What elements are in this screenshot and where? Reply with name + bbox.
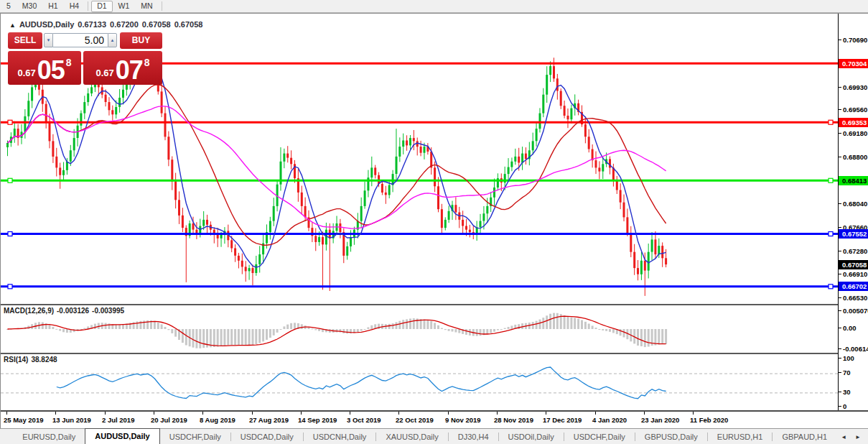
date-tick-mark [154, 412, 154, 415]
bid-pipette: 8 [66, 57, 72, 68]
price-tick-dash [839, 297, 841, 298]
macd-axis-tick-dash [839, 328, 841, 328]
trading-terminal: 5M30H1H4D1W1MN ▲AUDUSD,Daily0.671330.672… [0, 0, 868, 444]
ohlc-high: 0.67200 [110, 20, 139, 29]
date-label: 3 Oct 2019 [347, 416, 381, 424]
chart-tab-audusd-daily[interactable]: AUDUSD,Daily [85, 428, 159, 444]
ask-prefix: 0.67 [95, 68, 113, 78]
price-tick-dash [839, 157, 841, 157]
price-tick-dash [839, 274, 841, 274]
price-tick: 0.69560 [843, 106, 867, 114]
date-tick-mark [497, 412, 498, 415]
tab-scroll-left-icon[interactable]: ◄ [836, 434, 851, 440]
date-tick-mark [350, 412, 350, 415]
date-label: 11 Feb 2020 [690, 416, 728, 424]
chart-tab-usdchf-daily[interactable]: USDCHF,Daily [564, 430, 635, 444]
level-price-badge: 0.70304 [839, 59, 868, 68]
timeframe-button-mn[interactable]: MN [135, 1, 158, 12]
sell-button[interactable]: SELL [8, 32, 42, 49]
date-tick-mark [301, 412, 302, 415]
date-tick-mark [398, 412, 399, 415]
rsi-axis-tick: 70 [843, 369, 851, 376]
chart-tab-dj30-h4[interactable]: DJ30,H4 [449, 430, 498, 444]
timeframe-toolbar: 5M30H1H4D1W1MN [0, 0, 868, 13]
timeframe-button-d1[interactable]: D1 [91, 1, 112, 12]
toolbar-separator [162, 1, 162, 11]
date-label: 17 Dec 2019 [543, 416, 582, 424]
chart-window: ▲AUDUSD,Daily0.671330.672000.670580.6705… [0, 13, 868, 428]
chart-tab-usdchf-daily[interactable]: USDCHF,Daily [160, 430, 230, 444]
current-price-badge: 0.67058 [839, 260, 868, 269]
rsi-chart-svg [1, 354, 838, 410]
price-tick-dash [839, 40, 841, 40]
one-click-trade-panel: SELL ▼ ▲ BUY 0.67058 0.67078 [8, 32, 162, 92]
volume-input[interactable] [53, 33, 108, 47]
price-tick-dash [839, 203, 841, 204]
chart-tab-bar: EURUSD,DailyAUDUSD,DailyUSDCHF,DailyUSDC… [0, 428, 868, 444]
tabs-host: EURUSD,DailyAUDUSD,DailyUSDCHF,DailyUSDC… [13, 428, 836, 444]
date-tick-mark [546, 412, 546, 415]
date-label: 23 Jan 2020 [641, 416, 679, 424]
toolbar-separator [88, 1, 88, 11]
price-tick: 0.70690 [843, 36, 867, 44]
timeframe-button-5[interactable]: 5 [1, 1, 17, 12]
chart-tab-usdcad-daily[interactable]: USDCAD,Daily [231, 430, 303, 444]
triangle-up-icon: ▲ [9, 22, 16, 29]
date-label: 22 Oct 2019 [396, 416, 434, 424]
chart-tab-usdcnh-daily[interactable]: USDCNH,Daily [304, 430, 376, 444]
date-tick-mark [105, 412, 106, 415]
price-tick: 0.68040 [843, 200, 867, 208]
date-label: 25 May 2019 [4, 416, 43, 424]
ohlc-low: 0.67058 [142, 20, 171, 29]
rsi-axis-tick-dash [839, 406, 841, 407]
price-tick-dash [839, 227, 841, 228]
price-tick-dash [839, 251, 841, 251]
macd-axis-tick: -0.006148 [843, 345, 868, 353]
volume-increase-button[interactable]: ▲ [108, 33, 117, 47]
ask-pipette: 8 [144, 57, 150, 68]
chart-tab-gbpaud-h1[interactable]: GBPAUD,H1 [773, 430, 836, 444]
ask-big-digits: 07 [116, 60, 143, 81]
date-tick-mark [55, 412, 56, 415]
price-tick: 0.69930 [843, 83, 867, 91]
chart-tab-eurusd-daily[interactable]: EURUSD,Daily [13, 430, 85, 444]
timeframe-button-h4[interactable]: H4 [64, 1, 85, 12]
level-price-badge: 0.67552 [839, 229, 868, 239]
rsi-axis-tick: 0 [843, 402, 846, 410]
buy-button[interactable]: BUY [120, 32, 162, 49]
bid-prefix: 0.67 [17, 68, 35, 78]
date-label: 14 Sep 2019 [298, 416, 337, 424]
rsi-axis-tick: 100 [843, 354, 854, 362]
price-tick: 0.69180 [843, 129, 867, 137]
date-label: 4 Jan 2020 [592, 416, 627, 424]
date-label: 9 Nov 2019 [445, 416, 481, 424]
price-tick: 0.66530 [843, 294, 867, 302]
chart-tab-eurusd-h1[interactable]: EURUSD,H1 [708, 430, 773, 444]
date-tick-mark [644, 412, 645, 415]
date-tick-mark [202, 412, 203, 415]
price-tick-dash [839, 87, 841, 88]
macd-axis-tick: 0.00 [843, 324, 857, 332]
date-tick-mark [693, 412, 694, 415]
ohlc-close: 0.67058 [174, 20, 203, 29]
timeframe-button-m30[interactable]: M30 [17, 1, 42, 12]
date-label: 2 Jul 2019 [102, 416, 134, 424]
ask-price-button[interactable]: 0.67078 [83, 51, 162, 85]
date-tick-mark [6, 412, 7, 415]
volume-decrease-button[interactable]: ▼ [44, 33, 53, 47]
bid-price-button[interactable]: 0.67058 [8, 51, 81, 85]
rsi-axis-tick-dash [839, 372, 841, 373]
macd-label: MACD(12,26,9)-0.003126-0.003995 [4, 307, 127, 315]
date-axis[interactable]: 25 May 201913 Jun 20192 Jul 201920 Jul 2… [1, 410, 868, 429]
timeframe-button-w1[interactable]: W1 [113, 1, 136, 12]
timeframe-button-h1[interactable]: H1 [42, 1, 63, 12]
chart-tab-xauusd-daily[interactable]: XAUUSD,Daily [376, 430, 447, 444]
price-tick-dash [839, 133, 841, 134]
chart-tab-usdoil-daily[interactable]: USDOil,Daily [499, 430, 564, 444]
level-price-badge: 0.68413 [839, 176, 868, 185]
tab-scroll-right-icon[interactable]: ► [851, 434, 865, 440]
price-tick: 0.68800 [843, 153, 867, 161]
date-label: 13 Jun 2019 [52, 416, 91, 424]
chart-tab-gbpusd-daily[interactable]: GBPUSD,Daily [635, 430, 707, 444]
price-axis[interactable]: 0.706900.699300.695600.691800.688000.680… [838, 14, 868, 410]
